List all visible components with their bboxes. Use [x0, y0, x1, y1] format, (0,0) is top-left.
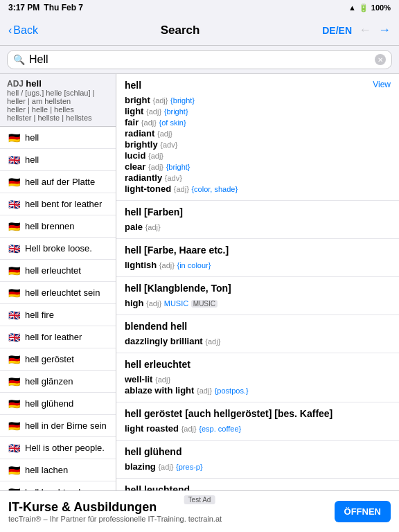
list-item[interactable]: 🇩🇪 hell erleuchtet sein	[0, 282, 116, 304]
entry-header: hell geröstet [auch hellgeröstet] [bes. …	[125, 408, 391, 420]
list-item[interactable]: 🇩🇪 hell lachen	[0, 459, 116, 481]
translation-line: clear {adj} {bright}	[125, 161, 391, 172]
translation-line: blazing {adj} {pres-p}	[125, 461, 391, 472]
status-time: 3:17 PM	[8, 3, 39, 12]
list-item[interactable]: 🇩🇪 hell glühend	[0, 393, 116, 415]
gram-tag: {adj}	[159, 261, 175, 269]
lang-toggle-button[interactable]: DE/EN	[322, 25, 352, 36]
gram-info: {of skin}	[159, 118, 186, 127]
status-bar: 3:17 PM Thu Feb 7 ▲ 🔋 100%	[0, 0, 399, 15]
list-item[interactable]: 🇩🇪 hell in der Birne sein	[0, 415, 116, 437]
ad-sub-text: tecTrain® – Ihr Partner für professionel…	[8, 515, 222, 523]
search-input-wrapper[interactable]: 🔍 ✕	[7, 50, 392, 69]
list-item[interactable]: 🇬🇧 hell fire	[0, 304, 116, 326]
back-label: Back	[13, 24, 38, 37]
gram-tag: {adj}	[141, 118, 157, 127]
translation-word: pale	[125, 222, 143, 232]
nav-back-arrow-icon[interactable]: ←	[359, 23, 371, 37]
list-item-text: hell erleuchtet sein	[25, 287, 109, 298]
list-item-text: hell fire	[25, 310, 109, 320]
nav-bar: ‹ Back Search DE/EN ← →	[0, 15, 399, 46]
list-item[interactable]: 🇩🇪 hell geröstet	[0, 348, 116, 371]
list-item-text: hell	[25, 154, 109, 165]
entry-section: hell [Farbe, Haare etc.] lightish {adj} …	[116, 239, 399, 277]
list-item[interactable]: 🇩🇪 hell brennen	[0, 215, 116, 238]
search-icon: 🔍	[13, 54, 25, 65]
translation-line: light-toned {adj} {color, shade}	[125, 184, 391, 194]
list-item[interactable]: 🇩🇪 hell glänzen	[0, 371, 116, 393]
entry-section: hell erleuchtet well-lit {adj} ablaze wi…	[116, 353, 399, 402]
list-item[interactable]: 🇬🇧 Hell broke loose.	[0, 238, 116, 260]
back-button[interactable]: ‹ Back	[8, 24, 38, 37]
ad-open-button[interactable]: ÖFFNEN	[335, 501, 391, 522]
entry-headword: hell leuchtend	[125, 484, 190, 490]
list-item[interactable]: 🇬🇧 hell for leather	[0, 326, 116, 348]
entry-header: hell leuchtend	[125, 484, 391, 490]
list-item[interactable]: 🇩🇪 hell auf der Platte	[0, 171, 116, 193]
translation-word: well-lit	[125, 374, 152, 384]
list-item[interactable]: 🇬🇧 hell bent for leather	[0, 193, 116, 215]
translation-line: light roasted {adj} {esp. coffee}	[125, 423, 391, 434]
list-item[interactable]: 🇬🇧 hell	[0, 149, 116, 171]
flag-icon: 🇩🇪	[7, 355, 21, 364]
main-content: ADJ hell hell / [ugs.] helle [schlau] | …	[0, 74, 399, 490]
entry-headword: hell [Klangblende, Ton]	[125, 283, 231, 294]
list-item[interactable]: 🇩🇪 hell	[0, 127, 116, 149]
flag-icon: 🇬🇧	[7, 332, 21, 342]
translation-line: radiant {adj}	[125, 128, 391, 139]
ad-label: Test Ad	[184, 495, 215, 504]
list-item-text: hell in der Birne sein	[25, 420, 109, 431]
gram-info: {bright}	[164, 107, 188, 116]
wifi-icon: ▲	[348, 3, 356, 12]
translation-line: fair {adj} {of skin}	[125, 117, 391, 127]
list-item[interactable]: 🇩🇪 hell erleuchtet	[0, 260, 116, 282]
list-item-text: hell	[25, 132, 109, 143]
list-item[interactable]: 🇬🇧 Hell is other people.	[0, 437, 116, 459]
gram-info: {color, shade}	[191, 185, 238, 193]
translation-word: clear	[125, 161, 145, 172]
right-panel: hell View bright {adj} {bright} light {a…	[116, 74, 399, 490]
view-link[interactable]: View	[373, 80, 391, 89]
entry-header: hell erleuchtet	[125, 359, 391, 371]
list-item-text: hell lachen	[25, 465, 109, 475]
flag-icon: 🇬🇧	[7, 155, 21, 165]
search-clear-button[interactable]: ✕	[375, 54, 386, 65]
nav-forward-arrow-icon[interactable]: →	[378, 23, 391, 37]
translation-word: light	[125, 106, 143, 116]
flag-icon: 🇩🇪	[7, 377, 21, 387]
entry-headword: hell [Farben]	[125, 206, 183, 218]
translation-word: light-toned	[125, 184, 171, 194]
suggestion-forms2: heller | helle | helles	[7, 105, 109, 114]
gram-tag: {adj}	[148, 163, 163, 171]
translation-line: dazzlingly brilliant {adj}	[125, 336, 391, 346]
entry-section: hell leuchtend incandescent {adj} {fig.}…	[116, 479, 399, 490]
entry-headword: hell geröstet [auch hellgeröstet] [bes. …	[125, 408, 332, 419]
status-right: ▲ 🔋 100%	[348, 3, 391, 12]
gram-tag: {adj}	[197, 387, 212, 395]
translation-word: lucid	[125, 150, 145, 161]
list-item[interactable]: 🇩🇪 hell leuchtend	[0, 481, 116, 490]
translation-line: high {adj} MUSIC MUSIC	[125, 298, 391, 308]
list-item-text: hell bent for leather	[25, 199, 109, 209]
entry-section: blendend hell dazzlingly brilliant {adj}	[116, 315, 399, 353]
gram-tag: {adj}	[146, 299, 161, 308]
gram-tag: {adj}	[146, 107, 161, 116]
gram-tag: {adv}	[160, 141, 177, 149]
translation-word: high	[125, 298, 143, 308]
nav-right-buttons: DE/EN ← →	[322, 23, 391, 37]
flag-icon: 🇬🇧	[7, 200, 21, 209]
gram-tag: {adv}	[165, 174, 182, 182]
search-bar: 🔍 ✕	[0, 46, 399, 74]
entry-header: hell [Farbe, Haare etc.]	[125, 245, 391, 257]
translation-word: fair	[125, 117, 139, 127]
list-item-text: hell for leather	[25, 332, 109, 342]
translation-line: pale {adj}	[125, 222, 391, 232]
search-input[interactable]	[29, 53, 371, 66]
gram-tag: {adj}	[152, 96, 168, 105]
translation-line: bright {adj} {bright}	[125, 95, 391, 105]
translation-line: radiantly {adv}	[125, 172, 391, 183]
pos-label: ADJ	[7, 79, 24, 89]
entry-header: hell glühend	[125, 446, 391, 459]
translation-word: lightish	[125, 260, 157, 270]
flag-icon: 🇩🇪	[7, 222, 21, 231]
